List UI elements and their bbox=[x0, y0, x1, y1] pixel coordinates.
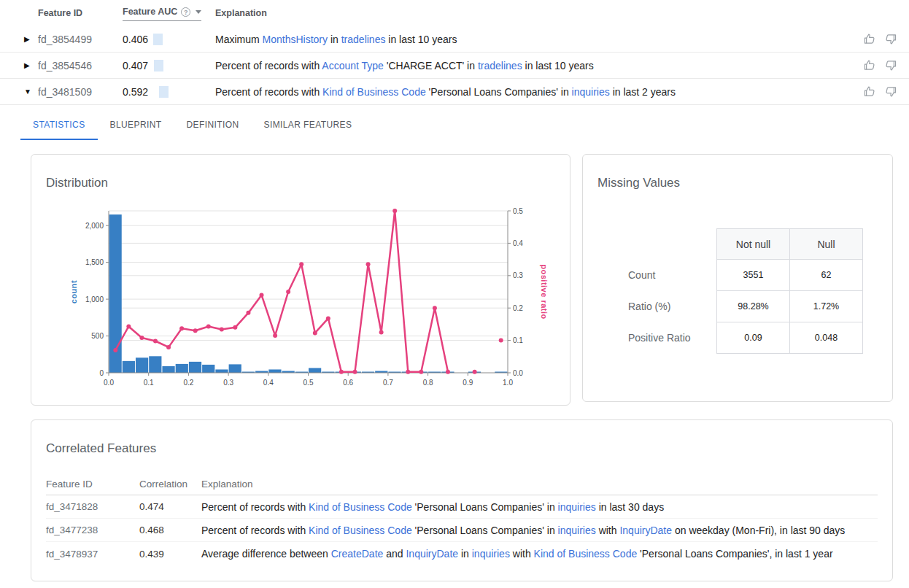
svg-text:0.1: 0.1 bbox=[513, 336, 523, 344]
detail-tabs: STATISTICS BLUEPRINT DEFINITION SIMILAR … bbox=[20, 113, 909, 140]
cf-correlation-value: 0.468 bbox=[139, 525, 201, 535]
feature-link[interactable]: Account Type bbox=[322, 60, 384, 71]
auc-distribution-chip bbox=[154, 60, 163, 71]
feature-table-header: Feature ID Feature AUC ? Explanation bbox=[0, 0, 909, 26]
missing-values-panel: Missing Values Count Ratio (%) Positive … bbox=[582, 154, 893, 402]
mv-ratio-null: 1.72% bbox=[790, 291, 863, 322]
mv-row-label: Positive Ratio bbox=[628, 322, 716, 353]
feature-explanation: Percent of records with Account Type 'CH… bbox=[215, 60, 840, 71]
feature-auc-value: 0.406 bbox=[123, 34, 148, 45]
svg-text:0.8: 0.8 bbox=[423, 379, 433, 387]
thumb-up-icon[interactable] bbox=[863, 85, 875, 98]
correlated-features-table: Feature ID Correlation Explanation fd_34… bbox=[46, 473, 878, 565]
feature-link[interactable]: InquiryDate bbox=[406, 548, 458, 560]
svg-text:0.1: 0.1 bbox=[144, 379, 154, 387]
auc-distribution-chip bbox=[159, 86, 169, 98]
svg-text:0.4: 0.4 bbox=[513, 239, 523, 247]
feature-row[interactable]: ▶ fd_3854499 0.406 Maximum MonthsHistory… bbox=[0, 26, 909, 53]
cf-correlation-value: 0.474 bbox=[139, 501, 201, 512]
mv-count-not-null: 3551 bbox=[717, 260, 790, 291]
tab-similar-features[interactable]: SIMILAR FEATURES bbox=[252, 113, 365, 140]
mv-positive-ratio-null: 0.048 bbox=[790, 322, 863, 354]
mv-col-header-not-null: Not null bbox=[717, 229, 790, 260]
svg-text:0.6: 0.6 bbox=[343, 379, 353, 387]
feature-explanation: Percent of records with Kind of Business… bbox=[215, 86, 840, 98]
svg-text:0.7: 0.7 bbox=[383, 379, 393, 387]
svg-text:0.0: 0.0 bbox=[104, 379, 114, 387]
feature-auc-sort-header[interactable]: Feature AUC ? bbox=[123, 7, 201, 21]
correlated-table-header: Feature ID Correlation Explanation bbox=[46, 473, 878, 495]
svg-text:1,500: 1,500 bbox=[85, 258, 104, 266]
feature-id-column-header: Feature ID bbox=[38, 8, 123, 18]
correlated-features-panel: Correlated Features Feature ID Correlati… bbox=[31, 419, 893, 581]
mv-col-header-null: Null bbox=[790, 229, 863, 260]
cf-feature-id: fd_3477238 bbox=[46, 525, 139, 535]
distribution-chart: 05001,0001,5002,0000.00.10.20.30.40.50.0… bbox=[46, 205, 557, 396]
correlated-feature-row[interactable]: fd_3477238 0.468 Percent of records with… bbox=[46, 519, 878, 542]
feature-link[interactable]: tradelines bbox=[341, 34, 386, 45]
cf-feature-id-header: Feature ID bbox=[46, 479, 139, 490]
svg-text:0.3: 0.3 bbox=[513, 271, 523, 279]
mv-row-label: Count bbox=[628, 259, 716, 290]
mv-count-null: 62 bbox=[790, 260, 863, 291]
feature-link[interactable]: Kind of Business Code bbox=[322, 86, 426, 98]
tab-statistics[interactable]: STATISTICS bbox=[20, 113, 98, 140]
feature-link[interactable]: inquiries bbox=[558, 525, 596, 536]
feature-table: Feature ID Feature AUC ? Explanation ▶ f… bbox=[0, 0, 909, 105]
cf-correlation-header: Correlation bbox=[139, 479, 201, 490]
tab-definition[interactable]: DEFINITION bbox=[174, 113, 252, 140]
feature-link[interactable]: Kind of Business Code bbox=[309, 501, 412, 513]
correlated-feature-row[interactable]: fd_3471828 0.474 Percent of records with… bbox=[46, 495, 878, 519]
explanation-column-header: Explanation bbox=[215, 8, 840, 18]
expander-collapsed-icon[interactable]: ▶ bbox=[24, 61, 38, 69]
feature-auc-cell: 0.592 bbox=[123, 86, 215, 98]
feature-link[interactable]: CreateDate bbox=[331, 548, 384, 560]
thumb-down-icon[interactable] bbox=[885, 33, 897, 45]
svg-text:500: 500 bbox=[91, 332, 104, 340]
svg-text:0.2: 0.2 bbox=[183, 379, 193, 387]
feature-link[interactable]: inquiries bbox=[572, 86, 610, 98]
thumb-down-icon[interactable] bbox=[885, 59, 897, 71]
feature-link[interactable]: Kind of Business Code bbox=[309, 525, 412, 536]
feature-link[interactable]: MonthsHistory bbox=[263, 34, 328, 45]
svg-text:0.9: 0.9 bbox=[463, 379, 473, 387]
missing-values-title: Missing Values bbox=[597, 176, 878, 190]
thumb-down-icon[interactable] bbox=[885, 85, 897, 98]
feature-id: fd_3481509 bbox=[38, 86, 123, 98]
feature-row[interactable]: ▶ fd_3854546 0.407 Percent of records wi… bbox=[0, 53, 909, 79]
distribution-title: Distribution bbox=[46, 176, 555, 190]
feature-auc-value: 0.407 bbox=[123, 60, 148, 71]
correlated-feature-row[interactable]: fd_3478937 0.439 Average difference betw… bbox=[46, 542, 878, 565]
cf-feature-id: fd_3471828 bbox=[46, 501, 139, 512]
svg-text:1,000: 1,000 bbox=[85, 295, 104, 303]
expander-expanded-icon[interactable]: ▼ bbox=[24, 88, 38, 96]
tab-blueprint[interactable]: BLUEPRINT bbox=[98, 113, 174, 140]
cf-correlation-value: 0.439 bbox=[139, 549, 201, 560]
svg-text:0.0: 0.0 bbox=[513, 369, 523, 377]
cf-feature-id: fd_3478937 bbox=[46, 549, 139, 560]
sort-caret-down-icon bbox=[196, 10, 201, 14]
help-icon[interactable]: ? bbox=[181, 7, 190, 17]
feature-row-expanded[interactable]: ▼ fd_3481509 0.592 Percent of records wi… bbox=[0, 79, 909, 105]
feature-link[interactable]: inquiries bbox=[472, 548, 510, 560]
svg-text:0.5: 0.5 bbox=[513, 207, 523, 215]
feature-auc-column-header: Feature AUC bbox=[123, 7, 177, 17]
feature-auc-value: 0.592 bbox=[123, 86, 148, 98]
thumb-up-icon[interactable] bbox=[863, 33, 875, 45]
distribution-panel: Distribution 05001,0001,5002,0000.00.10.… bbox=[31, 154, 570, 406]
feature-link[interactable]: Kind of Business Code bbox=[534, 548, 638, 560]
feature-link[interactable]: InquiryDate bbox=[619, 525, 672, 536]
expander-collapsed-icon[interactable]: ▶ bbox=[24, 35, 38, 43]
thumb-up-icon[interactable] bbox=[863, 59, 875, 71]
correlated-features-title: Correlated Features bbox=[46, 441, 878, 456]
cf-explanation: Percent of records with Kind of Business… bbox=[201, 501, 878, 513]
svg-text:0.3: 0.3 bbox=[223, 379, 233, 387]
feature-link[interactable]: tradelines bbox=[478, 60, 522, 71]
svg-text:0.4: 0.4 bbox=[263, 379, 274, 387]
mv-ratio-not-null: 98.28% bbox=[717, 291, 790, 322]
feature-link[interactable]: inquiries bbox=[558, 501, 596, 513]
svg-text:0.5: 0.5 bbox=[303, 379, 314, 387]
missing-values-table: Not null Null 3551 62 98.28% 1.72% 0.09 … bbox=[716, 228, 863, 354]
svg-text:0: 0 bbox=[99, 369, 104, 377]
cf-explanation: Percent of records with Kind of Business… bbox=[201, 525, 878, 536]
